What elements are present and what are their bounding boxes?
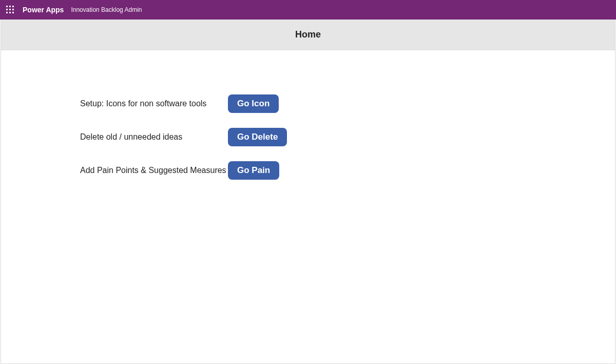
app-launcher-icon[interactable] [6, 6, 14, 14]
top-bar: Power Apps Innovation Backlog Admin [0, 0, 616, 20]
row-setup-icons: Setup: Icons for non software tools Go I… [80, 94, 615, 113]
row-delete-ideas: Delete old / unneeded ideas Go Delete [80, 127, 615, 147]
brand-label[interactable]: Power Apps [23, 6, 64, 14]
go-pain-button[interactable]: Go Pain [228, 161, 279, 180]
app-name-label: Innovation Backlog Admin [71, 6, 142, 13]
page-title: Home [295, 29, 321, 40]
go-delete-button[interactable]: Go Delete [228, 128, 287, 146]
row-pain-points: Add Pain Points & Suggested Measures Go … [80, 161, 615, 180]
content-area: Setup: Icons for non software tools Go I… [1, 50, 615, 180]
page-header: Home [1, 20, 615, 50]
row-label: Setup: Icons for non software tools [80, 99, 228, 108]
row-label: Add Pain Points & Suggested Measures [80, 166, 228, 175]
go-icon-button[interactable]: Go Icon [228, 94, 279, 113]
canvas-frame: Home Setup: Icons for non software tools… [1, 20, 615, 364]
row-label: Delete old / unneeded ideas [80, 132, 228, 142]
